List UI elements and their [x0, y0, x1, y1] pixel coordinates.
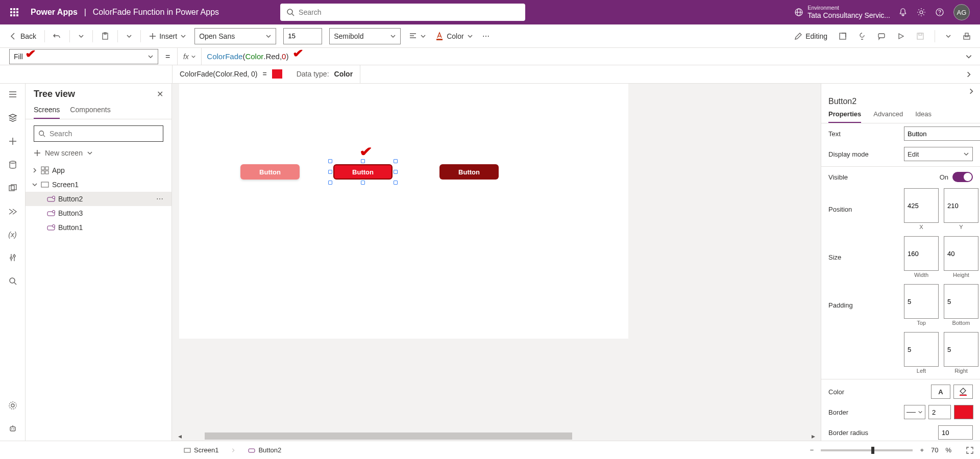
tree-item-button3[interactable]: Button3 — [26, 206, 172, 220]
more-commands[interactable]: ⋯ — [481, 30, 491, 42]
tree-item-button2[interactable]: Button2 ⋯ — [26, 192, 172, 206]
scroll-left-icon[interactable]: ◂ — [176, 432, 183, 440]
share-icon[interactable] — [838, 30, 848, 42]
tab-properties[interactable]: Properties — [828, 110, 861, 123]
variables-icon[interactable]: (x) — [6, 228, 18, 241]
more-icon[interactable]: ⋯ — [156, 195, 163, 203]
font-color-button[interactable]: Color — [434, 30, 474, 43]
fill-color-button[interactable] — [953, 385, 973, 399]
media-icon[interactable] — [6, 182, 19, 195]
formula-input[interactable]: ColorFade(Color.Red, 0) ✔ — [202, 50, 958, 63]
global-search[interactable] — [280, 4, 525, 21]
property-dropdown[interactable]: Fill ✔ — [9, 49, 158, 64]
zoom-value: 70 — [931, 446, 938, 454]
save-icon[interactable] — [915, 30, 925, 42]
breadcrumb-next-icon[interactable] — [821, 87, 980, 96]
border-radius-input[interactable] — [938, 425, 973, 440]
font-size-input[interactable] — [283, 28, 322, 44]
canvas-area[interactable]: ✔ Button Button Button ◂ ▸ — [172, 84, 821, 441]
border-style-dropdown[interactable] — [904, 405, 925, 419]
padding-right-input[interactable] — [944, 332, 978, 367]
sb-control-tab[interactable]: Button2 — [243, 444, 286, 456]
zoom-out-button[interactable]: − — [810, 446, 814, 454]
horizontal-scrollbar[interactable]: ◂ ▸ — [176, 432, 817, 440]
tab-advanced[interactable]: Advanced — [873, 110, 903, 123]
height-input[interactable] — [944, 236, 978, 271]
prop-display-mode-select[interactable]: Edit — [904, 147, 973, 161]
width-input[interactable] — [904, 236, 939, 271]
tree-search[interactable] — [34, 125, 163, 142]
border-color-button[interactable] — [954, 405, 973, 419]
fx-button[interactable]: fx — [177, 48, 202, 65]
property-value: Fill — [14, 53, 23, 61]
tree-item-screen1[interactable]: Screen1 — [26, 177, 172, 192]
tree-view-panel: Tree view ✕ Screens Components New scree… — [26, 84, 172, 441]
comments-icon[interactable] — [876, 30, 887, 42]
sb-screen-tab[interactable]: Screen1 — [179, 444, 224, 456]
data-icon[interactable] — [6, 158, 19, 171]
font-weight-value: Semibold — [334, 32, 363, 40]
scroll-right-icon[interactable]: ▸ — [810, 432, 817, 440]
tab-screens[interactable]: Screens — [34, 106, 60, 119]
font-weight-dropdown[interactable]: Semibold — [329, 28, 401, 44]
tools-icon[interactable] — [6, 251, 19, 264]
canvas-button1[interactable]: Button — [240, 164, 300, 180]
fit-screen-icon[interactable] — [966, 446, 974, 454]
text-color-button[interactable]: A — [931, 385, 950, 399]
tree-item-app[interactable]: App — [26, 163, 172, 177]
hamburger-icon[interactable] — [6, 88, 19, 101]
border-width-input[interactable] — [928, 405, 951, 419]
power-automate-icon[interactable] — [6, 205, 19, 218]
visible-toggle[interactable] — [952, 172, 973, 182]
environment-picker[interactable]: Environment Tata Consultancy Servic... — [794, 5, 890, 20]
selected-control-name: Button2 — [821, 96, 980, 110]
help-icon[interactable] — [935, 8, 944, 17]
zoom-slider[interactable] — [821, 449, 913, 451]
close-panel-icon[interactable]: ✕ — [157, 89, 163, 99]
publish-dropdown[interactable] — [944, 31, 952, 41]
tree-item-button1[interactable]: Button1 — [26, 220, 172, 235]
prop-text-input[interactable] — [904, 126, 980, 141]
vertical-scrollbar[interactable] — [813, 88, 820, 430]
insert-rail-icon[interactable] — [6, 135, 19, 148]
command-bar: Back Insert Open Sans Semibold Color ⋯ E… — [0, 24, 980, 48]
tree-search-input[interactable] — [50, 130, 159, 138]
font-family-dropdown[interactable]: Open Sans — [194, 28, 276, 44]
paste-button[interactable] — [100, 30, 110, 42]
pos-x-input[interactable] — [904, 188, 939, 223]
settings-rail-icon[interactable] — [6, 399, 19, 412]
avatar[interactable]: AG — [953, 4, 970, 20]
tab-components[interactable]: Components — [70, 106, 110, 119]
screen-canvas[interactable]: ✔ Button Button Button — [179, 84, 628, 339]
insert-button[interactable]: Insert — [148, 30, 187, 42]
search-rail-icon[interactable] — [6, 274, 19, 288]
undo-dropdown[interactable] — [77, 31, 85, 41]
new-screen-button[interactable]: New screen — [26, 146, 172, 160]
publish-icon[interactable] — [962, 30, 972, 42]
align-button[interactable] — [408, 30, 427, 42]
checker-icon[interactable] — [857, 30, 867, 42]
canvas-button3[interactable]: Button — [439, 164, 499, 180]
tree-view-icon[interactable] — [6, 111, 19, 124]
search-input[interactable] — [299, 8, 519, 16]
tab-ideas[interactable]: Ideas — [915, 110, 932, 123]
padding-top-input[interactable] — [904, 284, 939, 319]
zoom-in-button[interactable]: + — [920, 446, 924, 454]
editing-mode-button[interactable]: Editing — [793, 30, 828, 42]
padding-left-input[interactable] — [904, 332, 939, 367]
preview-icon[interactable] — [896, 30, 906, 42]
undo-button[interactable] — [52, 30, 62, 42]
app-launcher-icon[interactable] — [4, 2, 24, 22]
expand-formula-icon[interactable] — [958, 53, 980, 60]
paste-dropdown[interactable] — [125, 31, 133, 41]
next-result-icon[interactable] — [958, 71, 980, 78]
padding-bottom-input[interactable] — [944, 284, 978, 319]
svg-rect-30 — [45, 167, 48, 170]
settings-icon[interactable] — [917, 8, 926, 17]
selection-handles[interactable] — [330, 161, 396, 183]
virtual-agent-icon[interactable] — [6, 422, 19, 436]
data-type-value: Color — [334, 70, 353, 78]
notifications-icon[interactable] — [898, 8, 908, 17]
back-button[interactable]: Back — [8, 30, 37, 42]
pos-y-input[interactable] — [944, 188, 978, 223]
